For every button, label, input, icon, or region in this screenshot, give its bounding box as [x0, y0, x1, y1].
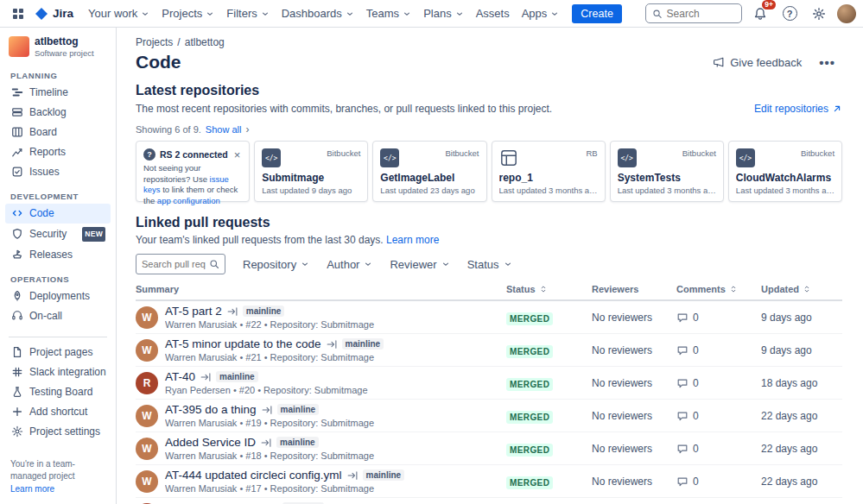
nav-plans[interactable]: Plans — [417, 0, 470, 27]
author-avatar[interactable]: W — [136, 339, 158, 362]
sidebar-item-releases[interactable]: Releases — [5, 245, 111, 265]
filter-status[interactable]: Status — [467, 258, 512, 271]
sidebar-item-timeline[interactable]: Timeline — [5, 83, 111, 103]
pr-reviewers: No reviewers — [592, 476, 676, 488]
pr-search-input[interactable] — [142, 259, 206, 269]
pr-title-link[interactable]: AT-40 — [165, 370, 195, 383]
chevron-down-icon — [261, 9, 270, 18]
pull-request-row[interactable]: W AT-5 part 2 mainline Warren Marusiak •… — [136, 301, 842, 334]
learn-more-link[interactable]: Learn more — [386, 234, 439, 246]
pr-title-link[interactable]: AT-444 updated circleci config.yml — [165, 469, 342, 482]
column-status[interactable]: Status — [506, 284, 592, 294]
sidebar-item-project-pages[interactable]: Project pages — [5, 343, 111, 362]
breadcrumb: Projects / atlbettog — [136, 36, 842, 48]
sidebar-item-deployments[interactable]: Deployments — [5, 287, 111, 306]
author-avatar[interactable]: W — [136, 306, 158, 329]
breadcrumb-projects-link[interactable]: Projects — [136, 36, 173, 48]
create-button[interactable]: Create — [572, 4, 622, 23]
author-avatar[interactable]: W — [136, 438, 158, 460]
sidebar-item-backlog[interactable]: Backlog — [5, 103, 111, 123]
filter-author[interactable]: Author — [327, 258, 372, 271]
column-updated[interactable]: Updated — [761, 284, 842, 294]
pr-reviewers: No reviewers — [592, 377, 676, 389]
sidebar-item-oncall[interactable]: On-call — [5, 306, 111, 326]
project-header[interactable]: atlbettog Software project — [5, 35, 111, 66]
give-feedback-button[interactable]: Give feedback — [706, 53, 809, 72]
pull-request-row[interactable]: R AT-40 mainline Ryan Pedersen • #20 • R… — [136, 367, 842, 400]
pr-title-link[interactable]: AT-5 part 2 — [165, 305, 222, 318]
nav-dashboards[interactable]: Dashboards — [276, 0, 360, 27]
column-reviewers[interactable]: Reviewers — [592, 284, 676, 294]
pr-byline: Warren Marusiak • #17 • Repository: Subm… — [165, 483, 404, 494]
learn-more-link[interactable]: Learn more — [10, 484, 54, 494]
repo-provider: Bitbucket — [327, 148, 360, 158]
sidebar-item-add-shortcut[interactable]: Add shortcut — [5, 402, 111, 422]
notifications-button[interactable]: 9+ — [749, 3, 771, 25]
repo-name: SystemTests — [618, 172, 716, 184]
sidebar-item-issues[interactable]: Issues — [5, 162, 111, 182]
sidebar-item-project-settings[interactable]: Project settings — [5, 422, 111, 442]
filter-reviewer[interactable]: Reviewer — [390, 258, 449, 271]
repository-card[interactable]: </> Bitbucket Submitmage Last updated 9 … — [254, 141, 368, 202]
column-comments[interactable]: Comments — [676, 284, 761, 294]
more-options-button[interactable]: ••• — [812, 54, 842, 72]
pr-title-link[interactable]: AT-395 do a thing — [165, 403, 257, 416]
edit-repositories-link[interactable]: Edit repositories — [754, 103, 842, 115]
global-search[interactable] — [645, 3, 742, 23]
sidebar-item-reports[interactable]: Reports — [5, 142, 111, 162]
pull-requests-description: Your team's linked pull requests from th… — [136, 234, 384, 246]
group-label-operations: OPERATIONS — [5, 270, 111, 287]
settings-button[interactable] — [808, 3, 830, 25]
nav-projects[interactable]: Projects — [155, 0, 220, 27]
author-avatar[interactable]: W — [136, 405, 158, 427]
repository-card[interactable]: </> Bitbucket GetImageLabel Last updated… — [372, 141, 486, 202]
nav-label: Plans — [423, 7, 452, 20]
breadcrumb-project-link[interactable]: atlbettog — [185, 36, 225, 48]
help-button[interactable]: ? — [778, 3, 801, 25]
connect-card-title: RS 2 connected — [160, 149, 228, 160]
pr-comments: 0 — [676, 410, 761, 422]
comment-count: 0 — [693, 312, 699, 324]
global-search-input[interactable] — [667, 8, 735, 20]
filter-repository[interactable]: Repository — [243, 258, 309, 271]
pull-request-row[interactable]: W AT-444 updated circleci config.yml mai… — [136, 465, 842, 498]
author-avatar[interactable]: W — [136, 470, 158, 493]
column-summary[interactable]: Summary — [136, 284, 506, 294]
pull-request-row[interactable]: W AT-5 minor update to the code mainline… — [136, 334, 842, 367]
app-switcher-button[interactable] — [7, 3, 29, 25]
target-branch-badge: mainline — [243, 306, 285, 317]
user-avatar[interactable] — [837, 4, 856, 23]
app-configuration-link[interactable]: app configuration — [157, 196, 220, 205]
shield-icon — [10, 228, 23, 240]
close-icon[interactable]: × — [232, 149, 243, 161]
sidebar-item-security[interactable]: SecurityNEW — [5, 224, 111, 245]
nav-your-work[interactable]: Your work — [82, 0, 155, 27]
repository-card[interactable]: </> Bitbucket SystemTests Last updated 3… — [610, 141, 724, 202]
sidebar-item-testing-board[interactable]: Testing Board — [5, 382, 111, 402]
sidebar-item-code[interactable]: Code — [5, 204, 111, 224]
pull-request-row[interactable]: W Added Service ID mainline Warren Marus… — [136, 432, 842, 465]
pr-title-link[interactable]: Added Service ID — [165, 436, 256, 449]
sidebar-item-slack-integration[interactable]: Slack integration — [5, 362, 111, 382]
repository-card[interactable]: RB repo_1 Last updated 3 months ago — [492, 141, 606, 202]
comment-count: 0 — [693, 410, 699, 422]
pr-search[interactable] — [136, 254, 225, 274]
repository-card[interactable]: </> Bitbucket CloudWatchAlarms Last upda… — [728, 141, 842, 202]
pull-request-row[interactable]: R update orb version mainline Ryan Peder… — [136, 498, 842, 504]
sidebar-item-board[interactable]: Board — [5, 123, 111, 142]
sort-icon — [539, 285, 548, 293]
nav-label: Your work — [88, 7, 137, 20]
nav-filters[interactable]: Filters — [220, 0, 275, 27]
show-all-link[interactable]: Show all — [206, 124, 242, 135]
nav-assets[interactable]: Assets — [470, 0, 516, 27]
pull-request-row[interactable]: W AT-395 do a thing mainline Warren Maru… — [136, 400, 842, 432]
pr-title-link[interactable]: AT-5 minor update to the code — [165, 337, 321, 350]
target-branch-arrow-icon — [200, 372, 211, 382]
author-avatar[interactable]: R — [136, 372, 158, 394]
repo-name: Submitmage — [262, 172, 360, 184]
jira-logo[interactable]: Jira — [31, 7, 80, 21]
chevron-down-icon — [301, 260, 309, 268]
nav-apps[interactable]: Apps — [516, 0, 566, 27]
app-switcher-icon — [11, 7, 25, 21]
nav-teams[interactable]: Teams — [360, 0, 417, 27]
